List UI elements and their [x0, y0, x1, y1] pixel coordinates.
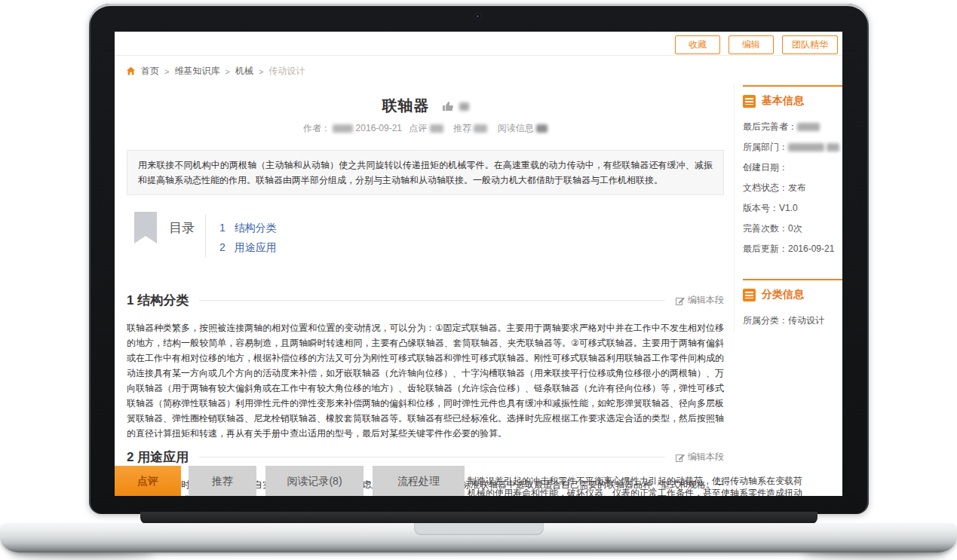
section1-body: 联轴器种类繁多，按照被连接两轴的相对位置和位置的变动情况，可以分为：①固定式联轴…	[127, 320, 724, 441]
article-title-row: 联轴器	[127, 96, 724, 116]
redacted-recommend-count	[474, 124, 487, 133]
redacted-author-name	[333, 124, 353, 133]
info-row-revision-count: 完善次数：0次	[743, 219, 842, 239]
basic-info-title: 基本信息	[762, 94, 804, 108]
toc-link-usage[interactable]: 2用途应用	[219, 237, 277, 257]
heading-rule	[199, 300, 665, 301]
section1-title: 1 结构分类	[127, 292, 189, 309]
toc-link-structure[interactable]: 1结构分类	[219, 218, 277, 237]
breadcrumb-wiki[interactable]: 维基知识库	[174, 65, 219, 78]
section2-title: 2 用途应用	[127, 448, 189, 466]
comment-count-label: 点评	[409, 123, 427, 133]
edit-pencil-icon	[676, 453, 685, 462]
toc-divider	[205, 215, 206, 257]
basic-info-panel: 基本信息 最后完善者： 所属部门： 创建日期： 文档状态：发布 版本号：V1.0	[743, 85, 842, 259]
tab-comments[interactable]: 点评	[115, 466, 181, 496]
document-icon	[743, 95, 756, 108]
info-row-version: 版本号：V1.0	[743, 198, 842, 219]
edit-section2-link[interactable]: 编辑本段	[676, 451, 724, 464]
edit-section1-link[interactable]: 编辑本段	[676, 294, 724, 307]
page-title: 联轴器	[382, 97, 429, 114]
author-label: 作者：	[303, 123, 330, 133]
read-info-label: 阅读信息	[498, 123, 534, 133]
edit-button[interactable]: 编辑	[728, 35, 774, 54]
info-row-last-updated: 最后更新：2016-09-21	[743, 239, 842, 259]
info-row-created-date: 创建日期：	[743, 158, 842, 178]
article-date: 2016-09-21	[356, 123, 402, 133]
laptop-lid-notch	[414, 523, 544, 535]
favorite-button[interactable]: 收藏	[675, 35, 720, 54]
webcam-dot	[474, 13, 481, 20]
breadcrumb-home[interactable]: 首页	[141, 65, 159, 78]
breadcrumb-separator: >	[225, 67, 229, 76]
bookmark-ribbon-icon	[134, 212, 157, 243]
screen: 收藏 编辑 团队精华 首页 > 维基知识库 > 机械 > 传动设计 联轴器 作者…	[115, 32, 842, 496]
bottom-tab-bar: 点评 推荐 阅读记录(8) 流程处理	[115, 466, 477, 496]
info-row-last-editor: 最后完善者：	[743, 117, 842, 137]
section2-clipped-text: 制造误差引起的冲击和零件不平衡离心惯性力引起的动载荷，使得传动轴系在变载荷 机械…	[468, 475, 840, 496]
laptop-hinge	[140, 512, 817, 524]
heading-rule	[199, 457, 665, 457]
home-icon[interactable]	[126, 66, 136, 76]
redacted-department-2	[827, 143, 839, 151]
redacted-last-editor	[797, 123, 820, 131]
info-sidebar: 基本信息 最后完善者： 所属部门： 创建日期： 文档状态：发布 版本号：V1.0	[734, 85, 842, 331]
section-heading-row: 2 用途应用 编辑本段	[127, 448, 724, 466]
article-meta-row: 作者： 2016-09-21 点评 推荐 阅读信息	[127, 122, 724, 135]
breadcrumb-separator: >	[164, 67, 169, 76]
tab-workflow[interactable]: 流程处理	[373, 466, 465, 496]
info-row-category: 所属分类：传动设计	[743, 311, 842, 331]
article-summary: 用来联接不同机构中的两根轴（主动轴和从动轴）使之共同旋转以传递扭矩的机械零件。在…	[127, 150, 724, 195]
redacted-department	[788, 143, 824, 151]
info-row-department: 所属部门：	[743, 137, 842, 158]
header-actions: 收藏 编辑 团队精华	[675, 35, 838, 54]
redacted-like-count	[459, 103, 469, 111]
article: 联轴器 作者： 2016-09-21 点评 推荐 阅读信息 用来联接不同机构中的…	[127, 96, 724, 496]
redacted-comment-count	[430, 124, 443, 133]
edit-pencil-icon	[676, 296, 685, 305]
breadcrumb-machinery[interactable]: 机械	[235, 65, 253, 78]
thumbs-up-icon[interactable]	[442, 100, 454, 112]
classification-title: 分类信息	[762, 288, 804, 301]
section-heading-row: 1 结构分类 编辑本段	[127, 292, 724, 309]
tab-reading-history[interactable]: 阅读记录(8)	[265, 466, 363, 496]
redacted-read-count	[536, 124, 548, 133]
table-of-contents: 目录 1结构分类 2用途应用	[127, 212, 724, 257]
recommend-count-label: 推荐	[453, 123, 471, 133]
classification-panel: 分类信息 所属分类：传动设计	[743, 279, 842, 331]
toc-label: 目录	[169, 219, 195, 237]
page-header: 收藏 编辑 团队精华	[115, 32, 842, 56]
breadcrumb: 首页 > 维基知识库 > 机械 > 传动设计	[115, 56, 842, 85]
info-row-doc-status: 文档状态：发布	[743, 178, 842, 198]
breadcrumb-current: 传动设计	[268, 65, 305, 78]
team-highlights-button[interactable]: 团队精华	[782, 35, 838, 54]
tab-recommend[interactable]: 推荐	[189, 466, 256, 496]
breadcrumb-separator: >	[259, 67, 263, 76]
document-icon	[743, 289, 756, 301]
